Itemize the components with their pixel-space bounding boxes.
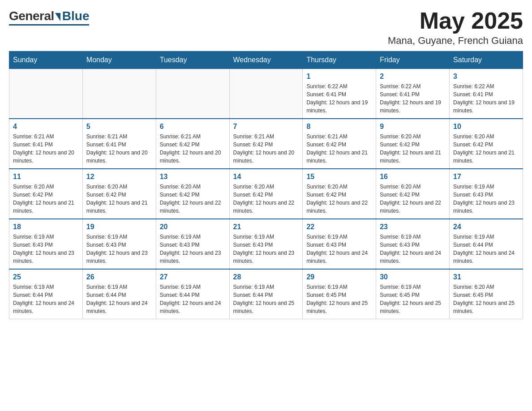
calendar-cell: 11Sunrise: 6:20 AMSunset: 6:42 PMDayligh… xyxy=(9,169,83,219)
calendar-cell: 13Sunrise: 6:20 AMSunset: 6:42 PMDayligh… xyxy=(156,169,229,219)
day-number: 7 xyxy=(233,123,299,131)
day-number: 25 xyxy=(13,273,79,281)
logo-underline xyxy=(9,24,89,26)
day-number: 6 xyxy=(160,123,226,131)
day-number: 8 xyxy=(306,123,372,131)
calendar-cell: 24Sunrise: 6:19 AMSunset: 6:44 PMDayligh… xyxy=(450,219,523,269)
calendar-cell: 21Sunrise: 6:19 AMSunset: 6:43 PMDayligh… xyxy=(229,219,303,269)
weekday-header-wednesday: Wednesday xyxy=(229,51,303,69)
logo-blue-text: Blue xyxy=(62,9,90,23)
day-info: Sunrise: 6:19 AMSunset: 6:43 PMDaylight:… xyxy=(160,233,226,265)
calendar-cell: 18Sunrise: 6:19 AMSunset: 6:43 PMDayligh… xyxy=(9,219,83,269)
day-info: Sunrise: 6:20 AMSunset: 6:42 PMDaylight:… xyxy=(160,183,226,215)
calendar-cell: 19Sunrise: 6:19 AMSunset: 6:43 PMDayligh… xyxy=(82,219,156,269)
weekday-header-friday: Friday xyxy=(376,51,450,69)
calendar-week-row: 25Sunrise: 6:19 AMSunset: 6:44 PMDayligh… xyxy=(9,269,523,319)
day-info: Sunrise: 6:22 AMSunset: 6:41 PMDaylight:… xyxy=(306,82,372,115)
calendar-cell: 29Sunrise: 6:19 AMSunset: 6:45 PMDayligh… xyxy=(303,269,376,319)
calendar-cell: 6Sunrise: 6:21 AMSunset: 6:42 PMDaylight… xyxy=(156,119,229,169)
calendar-cell: 12Sunrise: 6:20 AMSunset: 6:42 PMDayligh… xyxy=(82,169,156,219)
day-number: 24 xyxy=(453,223,519,231)
day-number: 9 xyxy=(380,123,446,131)
day-number: 16 xyxy=(380,173,446,181)
calendar-cell: 25Sunrise: 6:19 AMSunset: 6:44 PMDayligh… xyxy=(9,269,83,319)
day-number: 29 xyxy=(306,273,372,281)
day-number: 30 xyxy=(380,273,446,281)
calendar-cell: 5Sunrise: 6:21 AMSunset: 6:41 PMDaylight… xyxy=(82,119,156,169)
calendar-cell: 26Sunrise: 6:19 AMSunset: 6:44 PMDayligh… xyxy=(82,269,156,319)
day-info: Sunrise: 6:20 AMSunset: 6:42 PMDaylight:… xyxy=(380,133,446,165)
calendar-location: Mana, Guyane, French Guiana xyxy=(388,35,523,47)
logo-general-text: General xyxy=(9,9,54,23)
day-number: 13 xyxy=(160,173,226,181)
day-info: Sunrise: 6:19 AMSunset: 6:45 PMDaylight:… xyxy=(306,283,372,315)
calendar-cell: 8Sunrise: 6:21 AMSunset: 6:42 PMDaylight… xyxy=(303,119,376,169)
calendar-cell: 7Sunrise: 6:21 AMSunset: 6:42 PMDaylight… xyxy=(229,119,303,169)
day-info: Sunrise: 6:20 AMSunset: 6:42 PMDaylight:… xyxy=(13,183,79,215)
day-info: Sunrise: 6:20 AMSunset: 6:45 PMDaylight:… xyxy=(453,283,519,315)
day-info: Sunrise: 6:20 AMSunset: 6:42 PMDaylight:… xyxy=(306,183,372,215)
day-number: 3 xyxy=(453,73,519,81)
calendar-cell: 23Sunrise: 6:19 AMSunset: 6:43 PMDayligh… xyxy=(376,219,450,269)
calendar-cell: 28Sunrise: 6:19 AMSunset: 6:44 PMDayligh… xyxy=(229,269,303,319)
day-number: 27 xyxy=(160,273,226,281)
logo-arrow-icon xyxy=(55,13,60,21)
calendar-week-row: 11Sunrise: 6:20 AMSunset: 6:42 PMDayligh… xyxy=(9,169,523,219)
calendar-cell xyxy=(9,69,83,119)
calendar-cell xyxy=(229,69,303,119)
weekday-header-row: SundayMondayTuesdayWednesdayThursdayFrid… xyxy=(9,51,523,69)
calendar-cell: 17Sunrise: 6:19 AMSunset: 6:43 PMDayligh… xyxy=(450,169,523,219)
day-info: Sunrise: 6:20 AMSunset: 6:42 PMDaylight:… xyxy=(233,183,299,215)
day-info: Sunrise: 6:19 AMSunset: 6:43 PMDaylight:… xyxy=(86,233,152,265)
calendar-cell: 20Sunrise: 6:19 AMSunset: 6:43 PMDayligh… xyxy=(156,219,229,269)
calendar-cell: 27Sunrise: 6:19 AMSunset: 6:44 PMDayligh… xyxy=(156,269,229,319)
calendar-cell xyxy=(156,69,229,119)
day-info: Sunrise: 6:20 AMSunset: 6:42 PMDaylight:… xyxy=(86,183,152,215)
day-number: 14 xyxy=(233,173,299,181)
day-info: Sunrise: 6:19 AMSunset: 6:43 PMDaylight:… xyxy=(380,233,446,265)
day-info: Sunrise: 6:19 AMSunset: 6:43 PMDaylight:… xyxy=(13,233,79,265)
calendar-cell: 2Sunrise: 6:22 AMSunset: 6:41 PMDaylight… xyxy=(376,69,450,119)
calendar-cell: 30Sunrise: 6:19 AMSunset: 6:45 PMDayligh… xyxy=(376,269,450,319)
day-number: 18 xyxy=(13,223,79,231)
day-info: Sunrise: 6:21 AMSunset: 6:41 PMDaylight:… xyxy=(13,133,79,165)
calendar-week-row: 1Sunrise: 6:22 AMSunset: 6:41 PMDaylight… xyxy=(9,69,523,119)
calendar-cell: 4Sunrise: 6:21 AMSunset: 6:41 PMDaylight… xyxy=(9,119,83,169)
calendar-cell: 31Sunrise: 6:20 AMSunset: 6:45 PMDayligh… xyxy=(450,269,523,319)
title-section: May 2025 Mana, Guyane, French Guiana xyxy=(388,9,523,47)
day-number: 20 xyxy=(160,223,226,231)
day-number: 26 xyxy=(86,273,152,281)
day-number: 28 xyxy=(233,273,299,281)
calendar-cell: 1Sunrise: 6:22 AMSunset: 6:41 PMDaylight… xyxy=(303,69,376,119)
day-number: 2 xyxy=(380,73,446,81)
day-info: Sunrise: 6:19 AMSunset: 6:43 PMDaylight:… xyxy=(306,233,372,265)
day-info: Sunrise: 6:21 AMSunset: 6:42 PMDaylight:… xyxy=(160,133,226,165)
day-number: 5 xyxy=(86,123,152,131)
weekday-header-saturday: Saturday xyxy=(450,51,523,69)
day-number: 15 xyxy=(306,173,372,181)
calendar-cell: 3Sunrise: 6:22 AMSunset: 6:41 PMDaylight… xyxy=(450,69,523,119)
day-info: Sunrise: 6:19 AMSunset: 6:44 PMDaylight:… xyxy=(86,283,152,315)
day-info: Sunrise: 6:19 AMSunset: 6:44 PMDaylight:… xyxy=(13,283,79,315)
day-info: Sunrise: 6:19 AMSunset: 6:43 PMDaylight:… xyxy=(453,183,519,215)
day-number: 23 xyxy=(380,223,446,231)
page-header: General Blue May 2025 Mana, Guyane, Fren… xyxy=(9,9,523,47)
day-info: Sunrise: 6:21 AMSunset: 6:41 PMDaylight:… xyxy=(86,133,152,165)
calendar-cell: 10Sunrise: 6:20 AMSunset: 6:42 PMDayligh… xyxy=(450,119,523,169)
day-number: 17 xyxy=(453,173,519,181)
day-number: 31 xyxy=(453,273,519,281)
day-info: Sunrise: 6:20 AMSunset: 6:42 PMDaylight:… xyxy=(453,133,519,165)
weekday-header-tuesday: Tuesday xyxy=(156,51,229,69)
day-info: Sunrise: 6:19 AMSunset: 6:45 PMDaylight:… xyxy=(380,283,446,315)
weekday-header-sunday: Sunday xyxy=(9,51,83,69)
day-number: 1 xyxy=(306,73,372,81)
calendar-cell: 16Sunrise: 6:20 AMSunset: 6:42 PMDayligh… xyxy=(376,169,450,219)
calendar-cell xyxy=(82,69,156,119)
day-number: 19 xyxy=(86,223,152,231)
day-info: Sunrise: 6:21 AMSunset: 6:42 PMDaylight:… xyxy=(306,133,372,165)
calendar-table: SundayMondayTuesdayWednesdayThursdayFrid… xyxy=(9,51,523,319)
day-number: 12 xyxy=(86,173,152,181)
day-number: 22 xyxy=(306,223,372,231)
day-info: Sunrise: 6:21 AMSunset: 6:42 PMDaylight:… xyxy=(233,133,299,165)
weekday-header-thursday: Thursday xyxy=(303,51,376,69)
